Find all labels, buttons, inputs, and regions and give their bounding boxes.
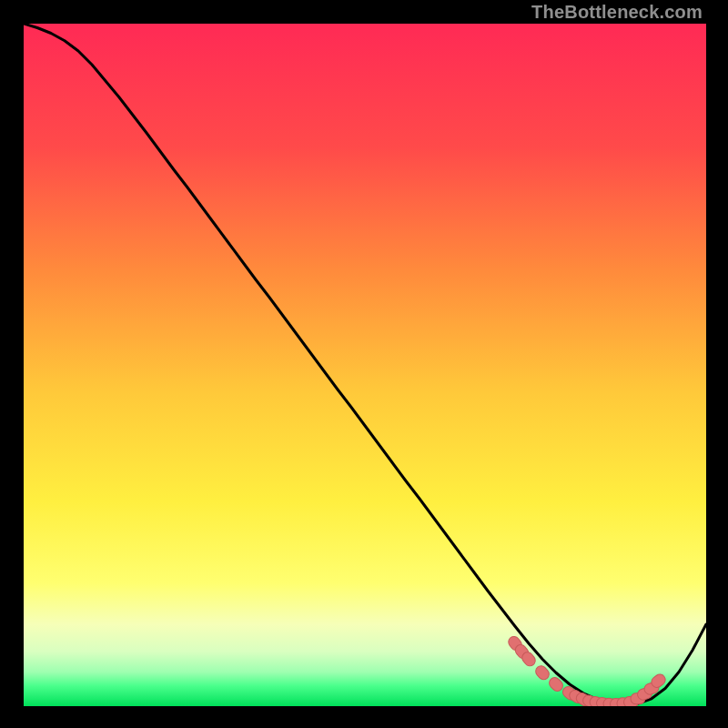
outer-frame: TheBottleneck.com — [0, 0, 728, 728]
watermark-text: TheBottleneck.com — [531, 2, 703, 23]
chart-plot-area — [24, 24, 706, 706]
chart-svg — [24, 24, 706, 706]
gradient-background — [24, 24, 706, 706]
